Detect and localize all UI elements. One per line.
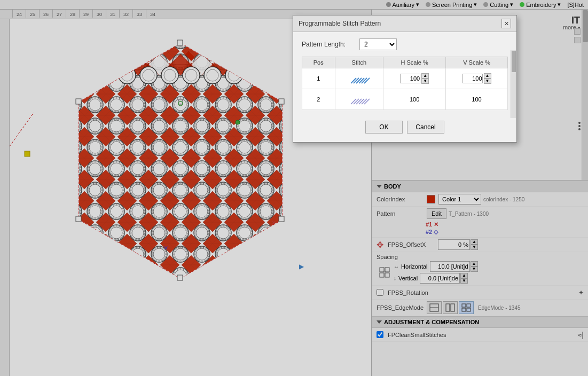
svg-line-106 — [359, 99, 364, 104]
dialog-body: Pattern Length: 2 1 3 4 Pos Stitch H Sca… — [293, 32, 516, 142]
svg-line-98 — [354, 78, 359, 83]
dialog-close-button[interactable]: ✕ — [501, 19, 511, 28]
col-vscale: V Scale % — [446, 57, 508, 68]
stitch-preview-2 — [348, 91, 370, 107]
cancel-button[interactable]: Cancel — [407, 121, 444, 134]
svg-line-105 — [356, 99, 362, 104]
cell-vscale-2: 100 — [446, 89, 508, 110]
hscale-1-spinbtns: ▲ ▼ — [421, 73, 429, 84]
cell-pos-1: 1 — [302, 68, 335, 89]
svg-line-107 — [362, 99, 367, 104]
dialog-title: Programmable Stitch Pattern — [299, 20, 381, 27]
table-row-1: 1 — [302, 68, 508, 89]
cell-hscale-2: 100 — [383, 89, 446, 110]
cell-hscale-1: ▲ ▼ — [383, 68, 446, 89]
col-pos: Pos — [302, 57, 335, 68]
pattern-length-select[interactable]: 2 1 3 4 — [359, 38, 397, 50]
programmable-stitch-dialog: Programmable Stitch Pattern ✕ Pattern Le… — [293, 15, 517, 143]
cell-pos-2: 2 — [302, 89, 335, 110]
vscale-1-down[interactable]: ▼ — [484, 79, 491, 84]
cell-stitch-2 — [335, 89, 383, 110]
vscale-1-input[interactable] — [462, 74, 483, 83]
hscale-1-down[interactable]: ▼ — [421, 79, 429, 84]
dialog-footer: OK Cancel — [302, 116, 508, 136]
vscale-1-spinbtns: ▲ ▼ — [484, 73, 491, 84]
hscale-1-input[interactable] — [400, 74, 420, 83]
svg-line-104 — [354, 99, 359, 104]
dialog-scroll-thumb — [512, 51, 516, 72]
svg-line-102 — [364, 78, 370, 83]
stitch-table: Pos Stitch H Scale % V Scale % 1 — [302, 57, 508, 110]
svg-line-101 — [362, 78, 367, 83]
hscale-1-up[interactable]: ▲ — [421, 73, 429, 79]
svg-line-103 — [351, 99, 356, 104]
cell-stitch-1 — [335, 68, 383, 89]
vscale-1-up[interactable]: ▲ — [484, 73, 491, 79]
svg-line-108 — [364, 99, 370, 104]
pattern-length-row: Pattern Length: 2 1 3 4 — [302, 38, 508, 50]
col-hscale: H Scale % — [383, 57, 446, 68]
col-stitch: Stitch — [335, 57, 383, 68]
stitch-preview-1 — [348, 70, 370, 86]
dialog-titlebar[interactable]: Programmable Stitch Pattern ✕ — [293, 15, 516, 32]
cell-vscale-1: ▲ ▼ — [446, 68, 508, 89]
table-row-2: 2 100 100 — [302, 89, 508, 110]
pattern-length-label: Pattern Length: — [302, 41, 355, 48]
ok-button[interactable]: OK — [365, 121, 403, 134]
svg-line-99 — [356, 78, 362, 83]
svg-line-100 — [359, 78, 364, 83]
svg-line-97 — [351, 78, 356, 83]
dialog-scrollbar[interactable] — [511, 50, 516, 118]
